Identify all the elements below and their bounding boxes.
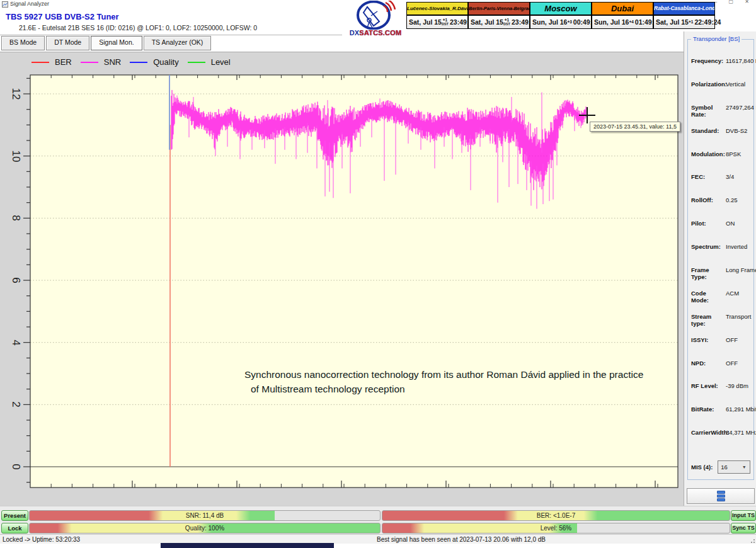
groupbox-title: Transponder [BS] <box>691 35 742 42</box>
y-axis-tick-label: 12 <box>9 88 22 100</box>
input-ts-badge: Input TS <box>731 510 756 521</box>
row-npd: NPD:OFF <box>688 360 753 383</box>
clock-moscow: Moscow Sun, Jul 16 +3 00:49:24 <box>530 3 592 28</box>
tab-dt-mode[interactable]: DT Mode <box>46 36 89 50</box>
level-bar: Level: 56% <box>382 523 730 534</box>
satellite-dish-icon <box>342 1 409 30</box>
resize-grip[interactable] <box>748 537 755 543</box>
row-modulation: Modulation:8PSK <box>688 151 753 174</box>
chevron-down-icon: ▾ <box>743 465 747 469</box>
clock-city-label: Rabat-Casablanca-London <box>654 3 714 16</box>
clock-dubai: Dubai Sun, Jul 16 +4 01:49:24 <box>592 3 654 28</box>
snr-trend-plot[interactable] <box>0 52 684 506</box>
ber-bar: BER: <1.0E-7 <box>382 510 730 521</box>
row-pilot: Pilot:ON <box>688 220 753 243</box>
row-bitrate: BitRate:61,291 Mbit/s <box>688 406 753 429</box>
clock-time: Sat, Jul 15 +1 22:49:24 <box>654 16 714 28</box>
tuning-info: 21.6E - Eutelsat 21B SES 16 (ID: 0216) @… <box>19 24 257 31</box>
stream-list-button[interactable] <box>687 488 755 504</box>
row-code-mode: Code Mode:ACM <box>688 290 753 313</box>
sync-ts-badge: Sync TS <box>731 523 756 534</box>
present-badge: Present <box>1 510 28 521</box>
clock-city-label: Berlin-Paris-Vienna-Belgrade <box>469 3 529 16</box>
row-carrier-width: CarrierWidth:34,371 MHz <box>688 429 753 452</box>
clock-time: Sun, Jul 16 +4 01:49:24 <box>592 16 653 28</box>
row-frame-type: Frame Type:Long Frame <box>688 266 753 290</box>
tab-bs-mode[interactable]: BS Mode <box>1 36 45 50</box>
row-standard: Standard:DVB-S2 <box>688 127 753 151</box>
row-frequency: Frequency:11617,840 MHz <box>688 57 753 81</box>
tab-ts-analyzer[interactable]: TS Analyzer (OK) <box>144 36 212 50</box>
y-axis-tick-label: 6 <box>9 277 22 283</box>
clock-city-label: Dubai <box>592 3 653 16</box>
stack-icon <box>717 491 725 502</box>
clock-berlin: Berlin-Paris-Vienna-Belgrade Sat, Jul 15… <box>469 3 530 28</box>
app-icon <box>2 1 8 8</box>
best-signal-status: Best signal has been seen at 2023-07-13 … <box>377 536 546 543</box>
snr-bar: SNR: 11,4 dB <box>29 510 381 521</box>
logo-text: DXSATCS.COM <box>342 29 409 37</box>
transponder-groupbox: Transponder [BS] Frequency:11617,840 MHz… <box>687 39 754 480</box>
lock-uptime-status: Locked -> Uptime: 53:20:33 <box>3 536 80 543</box>
value-tooltip: 2023-07-15 23.45.31, value: 11,5 <box>590 122 680 132</box>
clock-time: Sat, Jul 15 +1DST 23:49:24 <box>407 16 467 28</box>
signal-chart-panel[interactable]: BER SNR Quality Level 024681012 Synchron… <box>0 52 684 506</box>
statusbar: Locked -> Uptime: 53:20:33 Best signal h… <box>0 534 756 544</box>
clock-rabat: Rabat-Casablanca-London Sat, Jul 15 +1 2… <box>654 3 714 28</box>
y-axis-tick-label: 10 <box>9 150 22 162</box>
device-title: TBS 5927 USB DVB-S2 Tuner <box>6 12 119 21</box>
row-issyi: ISSYI:OFF <box>688 336 753 360</box>
mis-label: MIS (4): <box>691 464 713 471</box>
lock-badge: Lock <box>1 523 28 534</box>
row-fec: FEC:3/4 <box>688 173 753 197</box>
row-stream-type: Stream type:Transport <box>688 313 753 336</box>
world-clocks: Lučenec-Slovakia_R.Dávid Sat, Jul 15 +1D… <box>406 2 715 29</box>
clock-time: Sun, Jul 16 +3 00:49:24 <box>530 16 591 28</box>
dxsatcs-logo: DXSATCS.COM <box>342 1 409 37</box>
header-divider <box>0 35 342 35</box>
transponder-rows: Frequency:11617,840 MHz Polarization:Ver… <box>688 57 753 452</box>
y-axis-tick-label: 2 <box>9 402 22 408</box>
y-axis-tick-label: 4 <box>9 340 22 345</box>
status-bars-panel: Present SNR: 11,4 dB BER: <1.0E-7 Input … <box>0 506 756 535</box>
window-controls[interactable]: — ▢ ✕ <box>712 0 754 4</box>
clock-city-label: Moscow <box>530 3 591 16</box>
signal-analyzer-window: Signal Analyzer — ▢ ✕ TBS 5927 USB DVB-S… <box>0 0 756 548</box>
window-title: Signal Analyzer <box>10 1 49 7</box>
row-polarization: Polarization:Vertical <box>688 81 753 104</box>
clock-city-label: Lučenec-Slovakia_R.Dávid <box>407 3 467 16</box>
mis-row: MIS (4): 16 ▾ <box>691 460 753 474</box>
chart-annotation: Synchronous nanocorrection technology fr… <box>244 367 648 396</box>
mode-tabs: BS Mode DT Mode Signal Mon. TS Analyzer … <box>1 36 211 50</box>
row-spectrum: Spectrum:Inverted <box>688 243 753 266</box>
tab-signal-mon[interactable]: Signal Mon. <box>91 36 142 50</box>
row-rf-level: RF Level:-39 dBm <box>688 382 753 406</box>
row-rolloff: RollOff:0.25 <box>688 197 753 220</box>
row-symbol-rate: Symbol Rate:27497,264 KS/s <box>688 104 753 127</box>
clock-time: Sat, Jul 15 +1DST 23:49:24 <box>469 16 529 28</box>
y-axis-tick-label: 8 <box>9 215 22 221</box>
background-window-strip <box>161 543 334 548</box>
quality-bar: Quality: 100% <box>29 523 381 534</box>
transponder-panel: Transponder [BS] Frequency:11617,840 MHz… <box>684 31 756 506</box>
mis-dropdown[interactable]: 16 ▾ <box>718 460 750 474</box>
clock-lucenec: Lučenec-Slovakia_R.Dávid Sat, Jul 15 +1D… <box>407 3 469 28</box>
y-axis-tick-label: 0 <box>9 464 22 469</box>
crosshair-cursor <box>579 115 595 116</box>
